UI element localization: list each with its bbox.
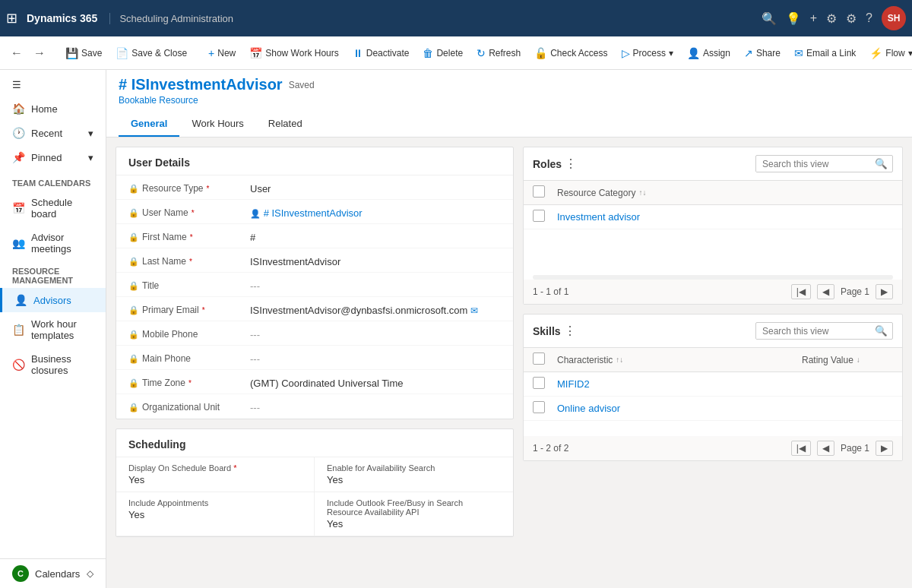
email-link-button[interactable]: ✉ Email a Link [788,44,862,62]
process-button[interactable]: ▷ Process ▾ [616,44,679,62]
roles-panel: Roles ⋮ 🔍 Resource Category [523,147,903,305]
resource-type-value: User [250,180,501,194]
resource-management-header: Resource management [0,261,106,288]
show-work-hours-button[interactable]: 📅 Show Work Hours [243,44,344,62]
skills-search-button[interactable]: 🔍 [870,323,892,339]
user-name-value[interactable]: 👤 # ISInvestmentAdvisor [250,204,501,219]
skills-page-label: Page 1 [841,443,869,454]
skills-row-0: MIFID2 [524,372,902,397]
check-access-button[interactable]: 🔓 Check Access [528,44,613,62]
deactivate-button[interactable]: ⏸ Deactivate [347,44,416,62]
email-action-icon[interactable]: ✉ [470,305,478,316]
main-phone-value: --- [250,350,501,365]
skills-next-page-button[interactable]: ▶ [876,441,893,456]
roles-search-button[interactable]: 🔍 [870,156,892,172]
closures-icon: 🚫 [12,359,25,371]
roles-empty-space [524,229,902,275]
lock-icon-5: 🔒 [128,281,139,291]
recent-icon: 🕐 [12,127,25,139]
skills-first-page-button[interactable]: |◀ [791,441,811,456]
skills-more-button[interactable]: ⋮ [561,321,579,341]
top-navigation: ⊞ Dynamics 365 Scheduling Administration… [0,0,912,36]
avatar[interactable]: SH [882,6,906,30]
sidebar-item-advisor-meetings[interactable]: 👥 Advisor meetings [0,226,106,261]
skills-rating-sort-icon[interactable]: ↓ [857,356,860,364]
tab-work-hours[interactable]: Work Hours [179,112,255,137]
roles-row-name-0[interactable]: Investment advisor [557,211,893,223]
back-button[interactable]: ← [6,43,27,63]
roles-next-page-button[interactable]: ▶ [876,284,893,299]
skills-row-name-0[interactable]: MIFID2 [557,378,796,390]
notification-icon[interactable]: 💡 [786,11,801,26]
lock-icon-4: 🔒 [128,257,139,267]
lock-icon-9: 🔒 [128,378,139,388]
roles-row-0: Investment advisor [524,205,902,229]
sidebar-pin-icon[interactable]: ◇ [87,568,93,579]
share-button[interactable]: ↗ Share [738,44,787,62]
tab-related[interactable]: Related [256,112,315,137]
share-icon: ↗ [744,47,753,59]
help-icon[interactable]: ? [866,11,872,25]
skills-table-header: Characteristic ↑↓ Rating Value ↓ [524,348,902,372]
save-close-button[interactable]: 📄 Save & Close [109,44,193,62]
scheduling-grid: Display On Schedule Board * Yes Enable f… [116,457,513,536]
skills-prev-page-button[interactable]: ◀ [817,441,834,456]
display-schedule-board-cell: Display On Schedule Board * Yes [116,457,315,492]
skills-row-checkbox-1[interactable] [533,401,545,413]
lock-icon-7: 🔒 [128,330,139,340]
new-button[interactable]: + New [202,44,242,62]
include-appointments-cell: Include Appointments Yes [116,492,315,536]
roles-pagination: 1 - 1 of 1 [533,286,568,297]
sidebar-item-pinned[interactable]: 📌 Pinned ▾ [0,145,106,169]
sidebar-item-hamburger[interactable]: ☰ [0,73,106,96]
apps-icon[interactable]: ⊞ [6,10,17,27]
sidebar-item-recent[interactable]: 🕐 Recent ▾ [0,121,106,145]
record-title: # ISInvestmentAdvisor [119,76,283,93]
include-outlook-value: Yes [327,518,501,530]
chevron-down-icon: ▾ [88,128,93,139]
skills-select-all[interactable] [533,352,545,365]
sidebar-bottom-calendars[interactable]: C Calendars ◇ [0,558,106,588]
flow-button[interactable]: ⚡ Flow ▾ [863,44,912,62]
skills-panel-header: Skills ⋮ 🔍 [524,315,902,348]
skills-row-checkbox-0[interactable] [533,377,545,389]
save-button[interactable]: 💾 Save [59,44,108,62]
flow-icon: ⚡ [869,47,882,59]
roles-more-button[interactable]: ⋮ [562,153,580,174]
record-tabs: General Work Hours Related [119,112,900,137]
delete-button[interactable]: 🗑 Delete [416,44,469,62]
home-icon: 🏠 [12,103,25,115]
refresh-button[interactable]: ↻ Refresh [470,44,527,62]
record-subtitle[interactable]: Bookable Resource [119,95,900,106]
sidebar-item-work-hour-templates[interactable]: 📋 Work hour templates [0,312,106,347]
add-icon[interactable]: + [810,11,817,25]
forward-button[interactable]: → [29,43,50,63]
include-outlook-cell: Include Outlook Free/Busy in Search Reso… [315,492,513,536]
lock-icon-1: 🔒 [128,184,139,194]
roles-select-all[interactable] [533,185,545,198]
roles-search-input[interactable] [756,156,870,172]
roles-prev-page-button[interactable]: ◀ [817,284,834,299]
sidebar-item-schedule-board[interactable]: 📅 Schedule board [0,191,106,226]
skills-search-input[interactable] [756,324,870,339]
sidebar-item-business-closures[interactable]: 🚫 Business closures [0,347,106,382]
skills-row-name-1[interactable]: Online advisor [557,403,796,414]
search-icon[interactable]: 🔍 [762,11,777,26]
templates-icon: 📋 [12,324,25,336]
filter-icon[interactable]: ⚙ [826,11,837,26]
roles-first-page-button[interactable]: |◀ [791,284,811,299]
roles-row-checkbox-0[interactable] [533,210,545,222]
sidebar-item-home[interactable]: 🏠 Home [0,96,106,121]
meetings-icon: 👥 [12,237,25,249]
skills-pagination: 1 - 2 of 2 [533,443,568,454]
user-name-field: 🔒 User Name * 👤 # ISInvestmentAdvisor [116,200,513,224]
skills-char-sort-icon[interactable]: ↑↓ [616,356,623,364]
org-unit-value: --- [250,399,501,413]
user-details-title: User Details [116,147,513,175]
assign-button[interactable]: 👤 Assign [681,44,736,62]
sidebar-item-advisors[interactable]: 👤 Advisors [0,288,106,312]
tab-general[interactable]: General [119,112,179,137]
roles-sort-icon[interactable]: ↑↓ [638,188,646,197]
resource-type-field: 🔒 Resource Type * User [116,175,513,200]
settings-icon[interactable]: ⚙ [846,11,857,26]
